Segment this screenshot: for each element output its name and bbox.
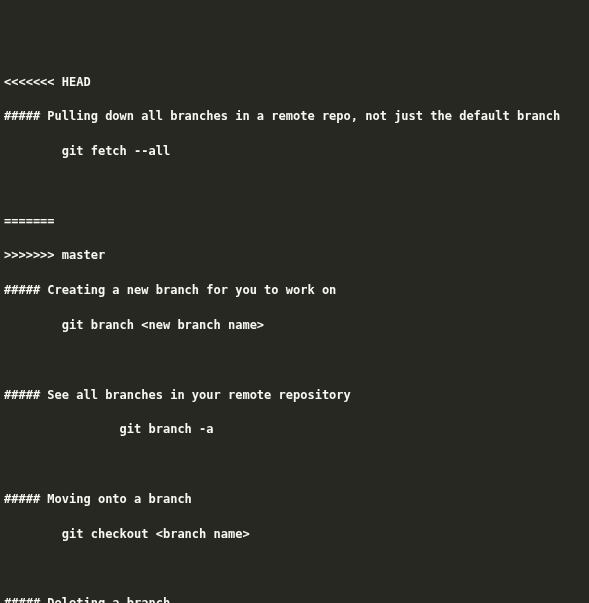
heading-moving-branch: ##### Moving onto a branch xyxy=(4,491,585,508)
blank-line xyxy=(4,456,585,473)
blank-line xyxy=(4,352,585,369)
conflict-marker-separator: ======= xyxy=(4,213,585,230)
heading-pull-branches: ##### Pulling down all branches in a rem… xyxy=(4,108,585,125)
heading-deleting-branch: ##### Deleting a branch xyxy=(4,595,585,603)
heading-see-branches: ##### See all branches in your remote re… xyxy=(4,387,585,404)
cmd-git-branch-a: git branch -a xyxy=(4,421,585,438)
cmd-git-checkout: git checkout <branch name> xyxy=(4,526,585,543)
conflict-marker-master: >>>>>>> master xyxy=(4,247,585,264)
blank-line xyxy=(4,561,585,578)
heading-create-branch: ##### Creating a new branch for you to w… xyxy=(4,282,585,299)
blank-line xyxy=(4,178,585,195)
cmd-git-fetch-all: git fetch --all xyxy=(4,143,585,160)
conflict-marker-head: <<<<<<< HEAD xyxy=(4,74,585,91)
cmd-git-branch-new: git branch <new branch name> xyxy=(4,317,585,334)
